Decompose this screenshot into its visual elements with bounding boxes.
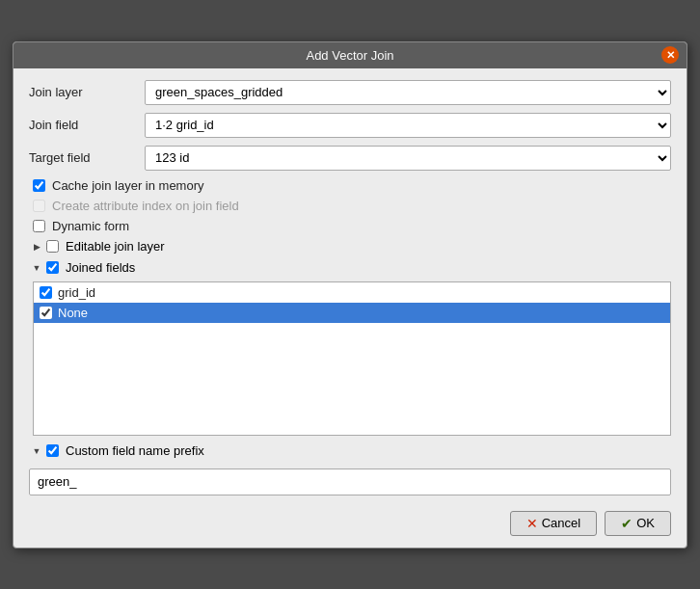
editable-join-label: Editable join layer bbox=[66, 239, 165, 254]
prefix-input[interactable] bbox=[29, 469, 671, 495]
field-grid-id-label: grid_id bbox=[58, 285, 95, 300]
editable-join-row: Editable join layer bbox=[29, 239, 671, 254]
ok-icon: ✔ bbox=[621, 516, 633, 531]
editable-join-expand-icon[interactable] bbox=[29, 239, 44, 254]
cache-row: Cache join layer in memory bbox=[29, 178, 671, 193]
joined-fields-section: Joined fields grid_id None bbox=[29, 260, 671, 436]
custom-prefix-section: Custom field name prefix bbox=[29, 443, 671, 495]
ok-label: OK bbox=[636, 516, 655, 530]
join-field-select[interactable]: 1·2 grid_id bbox=[145, 113, 671, 138]
dialog-content: Join layer green_spaces_gridded Join fie… bbox=[13, 68, 687, 548]
field-grid-id-checkbox[interactable] bbox=[40, 286, 52, 299]
editable-join-checkbox[interactable] bbox=[46, 240, 59, 253]
field-none-label: None bbox=[58, 306, 88, 320]
title-bar: Add Vector Join ✕ bbox=[13, 42, 687, 68]
cancel-label: Cancel bbox=[542, 516, 580, 530]
custom-prefix-label: Custom field name prefix bbox=[66, 443, 204, 458]
joined-fields-label: Joined fields bbox=[66, 260, 135, 275]
list-item[interactable]: grid_id bbox=[34, 282, 670, 303]
dynamic-form-row: Dynamic form bbox=[29, 219, 671, 233]
joined-fields-header: Joined fields bbox=[29, 260, 671, 276]
custom-prefix-header: Custom field name prefix bbox=[29, 443, 671, 459]
dialog-title: Add Vector Join bbox=[306, 48, 393, 63]
create-index-checkbox[interactable] bbox=[33, 200, 45, 212]
add-vector-join-dialog: Add Vector Join ✕ Join layer green_space… bbox=[13, 41, 687, 549]
cache-checkbox[interactable] bbox=[33, 179, 45, 192]
ok-button[interactable]: ✔ OK bbox=[605, 511, 671, 536]
target-field-select[interactable]: 123 id bbox=[145, 146, 671, 171]
field-none-checkbox[interactable] bbox=[40, 307, 52, 319]
list-item[interactable]: None bbox=[34, 303, 670, 323]
create-index-row: Create attribute index on join field bbox=[29, 199, 671, 213]
dynamic-form-label: Dynamic form bbox=[52, 219, 129, 233]
join-field-row: Join field 1·2 grid_id bbox=[29, 113, 671, 138]
dynamic-form-checkbox[interactable] bbox=[33, 220, 45, 232]
target-field-row: Target field 123 id bbox=[29, 146, 671, 171]
join-layer-label: Join layer bbox=[29, 85, 145, 99]
join-field-label: Join field bbox=[29, 118, 145, 132]
custom-prefix-expand-icon[interactable] bbox=[29, 443, 44, 459]
close-button[interactable]: ✕ bbox=[661, 46, 679, 64]
cancel-icon: ✕ bbox=[526, 516, 538, 531]
join-layer-select[interactable]: green_spaces_gridded bbox=[145, 80, 671, 105]
cache-label: Cache join layer in memory bbox=[52, 178, 204, 193]
cancel-button[interactable]: ✕ Cancel bbox=[510, 511, 597, 536]
joined-fields-expand-icon[interactable] bbox=[29, 260, 44, 276]
join-layer-row: Join layer green_spaces_gridded bbox=[29, 80, 671, 105]
joined-fields-checkbox[interactable] bbox=[46, 261, 59, 274]
button-row: ✕ Cancel ✔ OK bbox=[29, 505, 671, 538]
fields-list: grid_id None bbox=[33, 281, 671, 436]
target-field-label: Target field bbox=[29, 150, 145, 165]
custom-prefix-checkbox[interactable] bbox=[46, 444, 59, 457]
create-index-label: Create attribute index on join field bbox=[52, 199, 239, 213]
